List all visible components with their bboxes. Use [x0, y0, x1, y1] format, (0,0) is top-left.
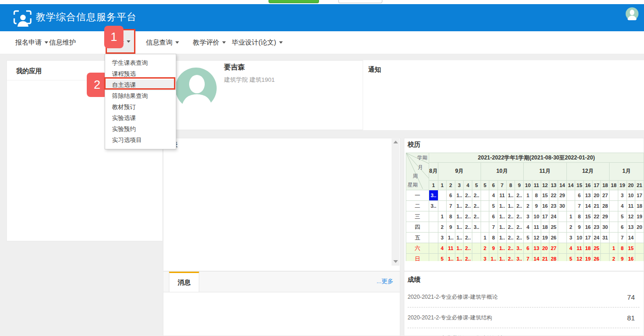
calendar-week-number: 14 [558, 181, 566, 190]
chevron-down-icon [127, 40, 130, 43]
calendar-day-cell: 29 [601, 211, 610, 222]
top-clipped-strip [0, 0, 644, 4]
user-avatar-icon[interactable] [626, 7, 638, 20]
calendar-day-cell: 16 [627, 254, 635, 262]
tab-messages[interactable]: 消息 [169, 272, 199, 292]
chevron-down-icon [279, 41, 283, 44]
calendar-week-number: 12 [541, 181, 549, 190]
nav-item-label: 教学评价 [193, 38, 219, 47]
nav-item-1[interactable]: 报名申请 [15, 31, 48, 54]
dropdown-item-7[interactable]: 实验预约 [105, 124, 176, 135]
calendar-day-cell [558, 233, 566, 243]
calendar-day-cell [472, 243, 481, 254]
calendar-day-cell: 3 [524, 211, 532, 222]
calendar-day-cell: 1.. [447, 233, 455, 243]
dropdown-item-1[interactable]: 学生课表查询 [105, 57, 176, 68]
calendar-week-number: 6 [489, 181, 498, 190]
step1-badge: 1 [104, 26, 123, 48]
calendar-week-number: 1 [438, 181, 446, 190]
notice-title: 通知 [368, 66, 381, 74]
nav-item-label: 毕业设计(论文) [232, 38, 276, 47]
calendar-week-number: 14 [566, 181, 575, 190]
calendar-day-cell: 30 [558, 201, 566, 211]
grade-score: 81 [627, 314, 639, 322]
calendar-day-cell: 27 [549, 243, 558, 254]
student-dept: 建筑学院 建筑1901 [224, 76, 275, 84]
calendar-day-cell: 2.. [515, 222, 524, 233]
calendar-day-cell: 21 [592, 201, 601, 211]
calendar-day-cell: 19 [635, 211, 644, 222]
nav-item-4[interactable]: 信息查询 [146, 31, 179, 54]
scroll-up-icon[interactable] [393, 141, 398, 143]
calendar-day-cell [610, 222, 618, 233]
calendar-day-cell [566, 190, 575, 201]
messages-tabbar: 消息 ...更多 [163, 272, 400, 292]
calendar-week-number: 11 [532, 181, 541, 190]
calendar-day-cell [610, 211, 618, 222]
calendar-week-number: 17 [592, 181, 601, 190]
clipped-gray-button[interactable] [338, 0, 382, 3]
calendar-day-cell: 1.. [498, 211, 506, 222]
nav-item-5[interactable]: 教学评价 [193, 31, 226, 54]
calendar-weekday-label: 四 [406, 222, 429, 233]
chevron-down-icon [222, 41, 226, 44]
calendar-day-cell [429, 222, 438, 233]
calendar-day-cell [429, 254, 438, 262]
calendar-day-cell [481, 201, 489, 211]
calendar-day-cell: 1.. [506, 190, 515, 201]
calendar-day-cell: 1.. [506, 201, 515, 211]
calendar-week-number: 1 [429, 181, 438, 190]
calendar-day-cell: 22 [592, 211, 601, 222]
dropdown-item-6[interactable]: 实验选课 [105, 113, 176, 124]
calendar-day-cell: 1.. [455, 190, 464, 201]
calendar-day-cell: 2.. [506, 233, 515, 243]
grade-course-name: 2020-2021-2-专业必修课-建筑结构 [408, 314, 492, 322]
calendar-table: 学期月周星期2021-2022学年1学期(2021-08-30至2022-01-… [406, 153, 644, 261]
dropdown-item-4[interactable]: 筛除结果查询 [105, 91, 176, 102]
nav-item-label: 信息查询 [146, 38, 173, 47]
calendar-day-cell [429, 243, 438, 254]
calendar-day-cell: 17 [541, 211, 549, 222]
dropdown-item-3[interactable]: 自主选课 [105, 80, 176, 91]
calendar-day-cell: 8 [532, 190, 541, 201]
calendar-day-cell: 2.. [464, 254, 472, 262]
dropdown-item-2[interactable]: 课程预选 [105, 68, 176, 80]
calendar-month-label: 1月 [610, 163, 644, 181]
scroll-down-icon[interactable] [393, 260, 398, 263]
timetable-scrollbar[interactable] [392, 138, 399, 266]
dropdown-item-5[interactable]: 教材预订 [105, 102, 176, 113]
calendar-day-cell: 26 [592, 254, 601, 262]
calendar-day-cell: 9 [447, 222, 455, 233]
calendar-day-cell: 3 [481, 254, 489, 262]
calendar-day-cell [558, 222, 566, 233]
nav-item-6[interactable]: 毕业设计(论文) [232, 31, 283, 54]
nav-item-2[interactable]: 信息维护 [49, 31, 76, 54]
calendar-week-number: 21 [635, 181, 644, 190]
clipped-green-button[interactable] [269, 0, 319, 3]
calendar-day-cell [610, 201, 618, 211]
calendar-day-cell: 1.. [498, 233, 506, 243]
nav-item-label: 报名申请 [15, 38, 42, 47]
calendar-day-cell [438, 201, 446, 211]
calendar-day-cell: 26 [549, 233, 558, 243]
messages-panel: 消息 ...更多 [163, 271, 400, 336]
calendar-day-cell: 2.. [515, 233, 524, 243]
calendar-day-cell: 4 [566, 243, 575, 254]
calendar-day-cell: 1.. [498, 254, 506, 262]
calendar-day-cell: 1 [566, 211, 575, 222]
calendar-day-cell: 15 [627, 243, 635, 254]
calendar-week-number: 3 [455, 181, 464, 190]
calendar-day-cell: 18 [584, 243, 593, 254]
calendar-day-cell: 2.. [515, 211, 524, 222]
calendar-day-cell: 6 [524, 243, 532, 254]
calendar-day-cell: 20 [541, 243, 549, 254]
calendar-day-cell: 1.. [498, 243, 506, 254]
course-selection-dropdown: 学生课表查询课程预选自主选课筛除结果查询教材预订实验选课实验预约实习选项目 [105, 54, 176, 149]
calendar-day-cell [438, 190, 446, 201]
dropdown-item-8[interactable]: 实习选项目 [105, 135, 176, 146]
calendar-day-cell: 19 [541, 233, 549, 243]
grades-list: 2020-2021-2-专业必修课-建筑学概论742020-2021-2-专业必… [408, 287, 639, 336]
messages-more-link[interactable]: ...更多 [376, 277, 393, 285]
calendar-day-cell: 16 [584, 222, 593, 233]
chevron-down-icon [45, 41, 48, 44]
